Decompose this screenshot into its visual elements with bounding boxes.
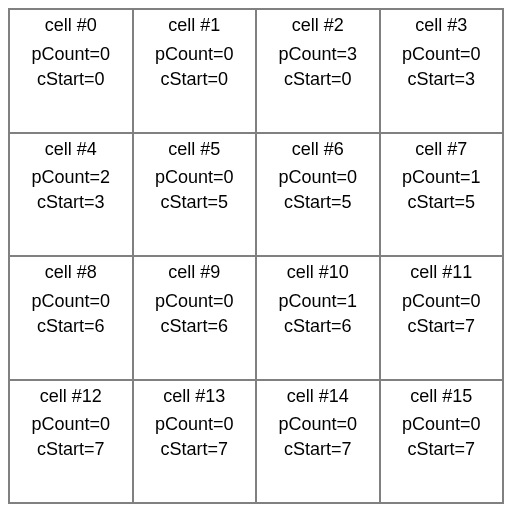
cell-8: cell #8 pCount=0 cStart=6 <box>9 256 133 380</box>
cell-id: 7 <box>457 139 467 159</box>
cell-label: cell #6 <box>292 140 344 159</box>
cell-label: cell #7 <box>415 140 467 159</box>
cell-label: cell #12 <box>40 387 102 406</box>
cell-9: cell #9 pCount=0 cStart=6 <box>133 256 257 380</box>
cstart-value: 7 <box>465 439 475 459</box>
cell-prefix: cell # <box>415 15 457 35</box>
cstart-value: 5 <box>342 192 352 212</box>
cstart-value: 6 <box>95 316 105 336</box>
cstart-prefix: cStart= <box>284 316 342 336</box>
pcount-value: 0 <box>224 44 234 64</box>
pcount-prefix: pCount= <box>278 44 347 64</box>
cell-id: 15 <box>452 386 472 406</box>
cell-id: 14 <box>329 386 349 406</box>
cell-0: cell #0 pCount=0 cStart=0 <box>9 9 133 133</box>
cstart-row: cStart=3 <box>37 193 105 212</box>
cstart-value: 6 <box>342 316 352 336</box>
cell-6: cell #6 pCount=0 cStart=5 <box>256 133 380 257</box>
cstart-prefix: cStart= <box>407 439 465 459</box>
cstart-row: cStart=7 <box>407 317 475 336</box>
pcount-value: 0 <box>224 167 234 187</box>
pcount-row: pCount=0 <box>155 168 234 187</box>
cell-label: cell #9 <box>168 263 220 282</box>
pcount-value: 0 <box>347 414 357 434</box>
cell-id: 13 <box>205 386 225 406</box>
cstart-prefix: cStart= <box>160 316 218 336</box>
cell-label: cell #3 <box>415 16 467 35</box>
pcount-prefix: pCount= <box>31 167 100 187</box>
pcount-row: pCount=0 <box>278 168 357 187</box>
cell-prefix: cell # <box>168 139 210 159</box>
cell-1: cell #1 pCount=0 cStart=0 <box>133 9 257 133</box>
cell-label: cell #2 <box>292 16 344 35</box>
pcount-value: 0 <box>471 414 481 434</box>
pcount-row: pCount=0 <box>402 415 481 434</box>
pcount-prefix: pCount= <box>278 167 347 187</box>
pcount-row: pCount=0 <box>278 415 357 434</box>
cstart-row: cStart=6 <box>37 317 105 336</box>
pcount-prefix: pCount= <box>402 291 471 311</box>
cstart-value: 7 <box>465 316 475 336</box>
pcount-value: 1 <box>347 291 357 311</box>
pcount-row: pCount=2 <box>31 168 110 187</box>
pcount-value: 0 <box>100 414 110 434</box>
cell-prefix: cell # <box>45 139 87 159</box>
pcount-value: 0 <box>224 291 234 311</box>
cstart-row: cStart=7 <box>37 440 105 459</box>
pcount-value: 3 <box>347 44 357 64</box>
cstart-prefix: cStart= <box>407 192 465 212</box>
cstart-prefix: cStart= <box>407 69 465 89</box>
pcount-prefix: pCount= <box>155 167 224 187</box>
cell-10: cell #10 pCount=1 cStart=6 <box>256 256 380 380</box>
cell-prefix: cell # <box>45 15 87 35</box>
cell-3: cell #3 pCount=0 cStart=3 <box>380 9 504 133</box>
cstart-prefix: cStart= <box>160 439 218 459</box>
cstart-row: cStart=0 <box>284 70 352 89</box>
pcount-row: pCount=0 <box>31 45 110 64</box>
pcount-prefix: pCount= <box>155 414 224 434</box>
cstart-row: cStart=7 <box>284 440 352 459</box>
cell-prefix: cell # <box>415 139 457 159</box>
pcount-prefix: pCount= <box>31 414 100 434</box>
cell-id: 8 <box>87 262 97 282</box>
cell-label: cell #13 <box>163 387 225 406</box>
cstart-value: 0 <box>218 69 228 89</box>
cstart-prefix: cStart= <box>37 439 95 459</box>
cell-id: 0 <box>87 15 97 35</box>
pcount-value: 0 <box>471 291 481 311</box>
cell-label: cell #14 <box>287 387 349 406</box>
pcount-prefix: pCount= <box>31 291 100 311</box>
cstart-prefix: cStart= <box>284 439 342 459</box>
cell-prefix: cell # <box>292 15 334 35</box>
cstart-value: 3 <box>95 192 105 212</box>
pcount-row: pCount=3 <box>278 45 357 64</box>
pcount-prefix: pCount= <box>278 414 347 434</box>
cell-12: cell #12 pCount=0 cStart=7 <box>9 380 133 504</box>
cell-prefix: cell # <box>168 262 210 282</box>
cell-id: 6 <box>334 139 344 159</box>
cell-label: cell #10 <box>287 263 349 282</box>
pcount-row: pCount=0 <box>402 292 481 311</box>
cell-prefix: cell # <box>45 262 87 282</box>
cell-11: cell #11 pCount=0 cStart=7 <box>380 256 504 380</box>
cell-id: 12 <box>82 386 102 406</box>
cell-14: cell #14 pCount=0 cStart=7 <box>256 380 380 504</box>
cstart-prefix: cStart= <box>407 316 465 336</box>
cstart-prefix: cStart= <box>284 192 342 212</box>
cstart-value: 7 <box>342 439 352 459</box>
pcount-prefix: pCount= <box>402 414 471 434</box>
cstart-value: 0 <box>95 69 105 89</box>
pcount-prefix: pCount= <box>402 167 471 187</box>
cstart-prefix: cStart= <box>160 192 218 212</box>
cstart-value: 7 <box>218 439 228 459</box>
cstart-row: cStart=5 <box>160 193 228 212</box>
cstart-row: cStart=7 <box>160 440 228 459</box>
pcount-prefix: pCount= <box>155 291 224 311</box>
pcount-value: 1 <box>471 167 481 187</box>
cstart-row: cStart=7 <box>407 440 475 459</box>
cell-prefix: cell # <box>163 386 205 406</box>
pcount-value: 0 <box>100 44 110 64</box>
pcount-row: pCount=0 <box>31 415 110 434</box>
cell-id: 11 <box>452 262 472 282</box>
pcount-row: pCount=1 <box>402 168 481 187</box>
